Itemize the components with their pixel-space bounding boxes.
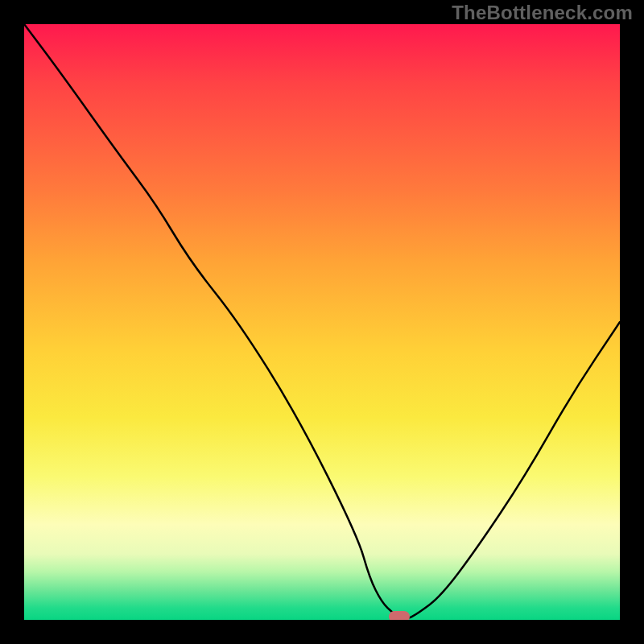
chart-frame: TheBottleneck.com	[0, 0, 644, 644]
optimal-point-marker	[389, 611, 410, 620]
bottleneck-curve	[24, 24, 620, 620]
watermark-text: TheBottleneck.com	[452, 2, 633, 24]
plot-area	[24, 24, 620, 620]
